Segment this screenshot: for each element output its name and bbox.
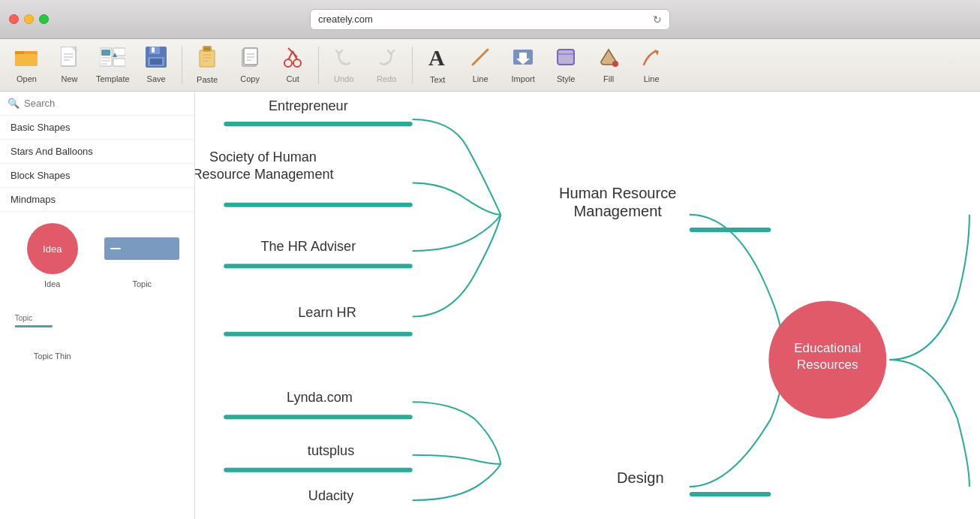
svg-rect-19 bbox=[150, 59, 162, 65]
svg-point-31 bbox=[284, 59, 292, 67]
fill-button[interactable]: Fill bbox=[588, 43, 630, 88]
bar-tutsplus bbox=[224, 468, 412, 472]
line2-button[interactable]: Line bbox=[631, 43, 672, 88]
import-label: Import bbox=[512, 74, 535, 83]
style-button[interactable]: Style bbox=[546, 43, 587, 88]
undo-button[interactable]: Undo bbox=[323, 43, 365, 88]
idea-preview: Idea bbox=[15, 222, 90, 275]
new-label: New bbox=[61, 74, 77, 83]
text-button[interactable]: A Text bbox=[417, 43, 458, 88]
topic-thin-line bbox=[15, 325, 53, 327]
undo-label: Undo bbox=[334, 74, 353, 83]
canvas-area[interactable]: Entrepreneur Society of Human Resource M… bbox=[195, 92, 980, 519]
cut-button[interactable]: Cut bbox=[272, 43, 314, 88]
label-society-hr-1: Society of Human bbox=[209, 149, 317, 164]
copy-label: Copy bbox=[240, 74, 260, 83]
topic-thin-preview: Topic bbox=[15, 294, 90, 347]
redo-label: Redo bbox=[377, 74, 396, 83]
redo-button[interactable]: Redo bbox=[366, 43, 407, 88]
sidebar-item-basic-shapes[interactable]: Basic Shapes bbox=[0, 116, 194, 140]
paste-icon bbox=[197, 46, 218, 72]
open-button[interactable]: Open bbox=[6, 43, 47, 88]
curve-udacity bbox=[413, 464, 501, 500]
edu-label-2: Resources bbox=[797, 358, 858, 372]
import-icon bbox=[512, 47, 534, 71]
search-bar: 🔍 bbox=[0, 92, 194, 116]
text-label: Text bbox=[430, 75, 445, 84]
toolbar: Open New Template Save bbox=[0, 39, 980, 92]
label-learn-hr: Learn HR bbox=[298, 305, 356, 320]
shape-topic[interactable]: Topic bbox=[101, 222, 185, 288]
template-icon bbox=[100, 47, 125, 71]
curve-design-edu bbox=[690, 360, 784, 487]
template-button[interactable]: Template bbox=[92, 43, 134, 88]
cut-icon bbox=[282, 47, 303, 71]
svg-point-43 bbox=[612, 61, 618, 67]
text-icon: A bbox=[427, 46, 448, 72]
idea-label: Idea bbox=[44, 279, 60, 288]
traffic-lights bbox=[9, 14, 49, 24]
topic-thin-text: Topic bbox=[15, 314, 90, 322]
shape-idea[interactable]: Idea Idea bbox=[11, 222, 95, 288]
label-hrm-2: Management bbox=[574, 203, 663, 219]
minimize-button[interactable] bbox=[24, 14, 34, 24]
toolbar-separator-3 bbox=[412, 47, 413, 84]
paste-button[interactable]: Paste bbox=[187, 43, 228, 88]
svg-rect-20 bbox=[200, 50, 215, 67]
label-design: Design bbox=[617, 469, 664, 486]
bar-society-hr bbox=[224, 203, 412, 207]
svg-rect-10 bbox=[101, 50, 110, 56]
toolbar-separator-1 bbox=[182, 47, 182, 84]
label-tutsplus: tutsplus bbox=[308, 443, 354, 458]
curve-entrepreneur bbox=[413, 119, 501, 215]
curve-hrm-edu bbox=[690, 215, 784, 360]
bar-lynda bbox=[224, 415, 412, 419]
copy-button[interactable]: Copy bbox=[230, 43, 271, 88]
import-button[interactable]: Import bbox=[503, 43, 544, 88]
label-society-hr-2: Resource Management bbox=[195, 167, 334, 182]
maximize-button[interactable] bbox=[39, 14, 49, 24]
url-text: creately.com bbox=[318, 14, 373, 25]
line-button[interactable]: Line bbox=[460, 43, 501, 88]
label-hrm-1: Human Resource bbox=[559, 185, 676, 201]
url-bar[interactable]: creately.com ↻ bbox=[310, 9, 670, 30]
new-icon bbox=[61, 47, 79, 71]
shapes-grid: Idea Idea Topic Topic bbox=[0, 212, 194, 371]
curve-hr-adviser bbox=[413, 215, 501, 251]
line-label: Line bbox=[473, 74, 488, 83]
save-button[interactable]: Save bbox=[136, 43, 177, 88]
svg-rect-40 bbox=[558, 50, 574, 65]
style-label: Style bbox=[557, 74, 575, 83]
svg-rect-22 bbox=[204, 47, 210, 50]
svg-rect-9 bbox=[113, 59, 125, 66]
open-icon bbox=[15, 47, 39, 71]
fill-label: Fill bbox=[603, 74, 614, 83]
paste-label: Paste bbox=[197, 75, 218, 84]
save-label: Save bbox=[147, 74, 166, 83]
topic-thin-wrap: Topic bbox=[15, 314, 90, 327]
bar-design bbox=[690, 492, 771, 496]
search-icon: 🔍 bbox=[8, 98, 20, 109]
undo-icon bbox=[333, 47, 354, 71]
svg-rect-13 bbox=[101, 60, 110, 62]
fill-icon bbox=[598, 47, 619, 71]
sidebar-item-stars-and-balloons[interactable]: Stars And Balloons bbox=[0, 140, 194, 164]
cut-label: Cut bbox=[287, 74, 299, 83]
shape-topic-thin[interactable]: Topic Topic Thin bbox=[11, 294, 95, 361]
curve-edu-right-top bbox=[889, 215, 969, 360]
close-button[interactable] bbox=[9, 14, 19, 24]
svg-text:A: A bbox=[428, 46, 445, 68]
curve-learn-hr bbox=[413, 215, 501, 317]
sidebar-item-mindmaps[interactable]: Mindmaps bbox=[0, 188, 194, 212]
search-input[interactable] bbox=[24, 98, 187, 109]
svg-rect-2 bbox=[15, 54, 38, 66]
topic-preview bbox=[104, 222, 179, 275]
reload-icon[interactable]: ↻ bbox=[653, 14, 662, 26]
sidebar-item-block-shapes[interactable]: Block Shapes bbox=[0, 164, 194, 188]
style-icon bbox=[555, 47, 577, 71]
sidebar: 🔍 Basic Shapes Stars And Balloons Block … bbox=[0, 92, 195, 519]
new-button[interactable]: New bbox=[49, 43, 90, 88]
copy-icon bbox=[239, 47, 260, 71]
label-udacity: Udacity bbox=[308, 488, 354, 503]
template-label: Template bbox=[96, 74, 130, 83]
